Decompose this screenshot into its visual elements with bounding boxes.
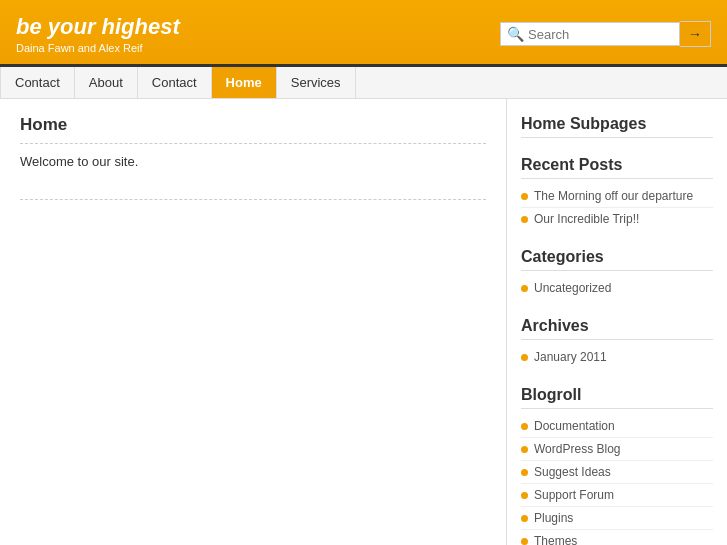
content-wrap: Home Welcome to our site. Home Subpages …: [0, 99, 727, 545]
list-item: Documentation: [521, 415, 713, 438]
list-item: January 2011: [521, 346, 713, 368]
search-form[interactable]: 🔍 →: [500, 21, 711, 47]
nav-item-contact2[interactable]: Contact: [138, 67, 212, 98]
blogroll-link-support[interactable]: Support Forum: [534, 488, 614, 502]
recent-post-link-1[interactable]: The Morning off our departure: [534, 189, 693, 203]
nav-item-home[interactable]: Home: [212, 67, 277, 98]
main-content: Home Welcome to our site.: [0, 99, 507, 545]
list-item: Suggest Ideas: [521, 461, 713, 484]
bullet-icon: [521, 423, 528, 430]
sidebar: Home Subpages Recent Posts The Morning o…: [507, 99, 727, 545]
sidebar-section-subpages: Home Subpages: [521, 115, 713, 138]
categories-list: Uncategorized: [521, 277, 713, 299]
nav-item-services[interactable]: Services: [277, 67, 356, 98]
blogroll-link-themes[interactable]: Themes: [534, 534, 577, 545]
search-input-wrap: 🔍: [500, 22, 680, 46]
search-input[interactable]: [528, 27, 668, 42]
recent-post-link-2[interactable]: Our Incredible Trip!!: [534, 212, 639, 226]
sidebar-section-recent-posts: Recent Posts The Morning off our departu…: [521, 156, 713, 230]
bullet-icon: [521, 469, 528, 476]
blogroll-link-plugins[interactable]: Plugins: [534, 511, 573, 525]
sidebar-section-title-categories: Categories: [521, 248, 713, 271]
list-item: Uncategorized: [521, 277, 713, 299]
nav-bar: Contact About Contact Home Services: [0, 67, 727, 99]
list-item: Themes: [521, 530, 713, 545]
list-item: WordPress Blog: [521, 438, 713, 461]
bullet-icon: [521, 492, 528, 499]
main-bottom-border: [20, 199, 486, 200]
archive-link-jan2011[interactable]: January 2011: [534, 350, 607, 364]
search-submit-button[interactable]: →: [680, 21, 711, 47]
site-header: be your highest Daina Fawn and Alex Reif…: [0, 0, 727, 67]
category-link-uncategorized[interactable]: Uncategorized: [534, 281, 611, 295]
blogroll-link-wpblog[interactable]: WordPress Blog: [534, 442, 620, 456]
welcome-text: Welcome to our site.: [20, 154, 486, 169]
bullet-icon: [521, 538, 528, 545]
search-icon: 🔍: [507, 26, 524, 42]
bullet-icon: [521, 285, 528, 292]
site-subtitle: Daina Fawn and Alex Reif: [16, 42, 180, 54]
sidebar-section-title-subpages: Home Subpages: [521, 115, 713, 138]
nav-item-about[interactable]: About: [75, 67, 138, 98]
sidebar-section-title-recent-posts: Recent Posts: [521, 156, 713, 179]
archives-list: January 2011: [521, 346, 713, 368]
list-item: The Morning off our departure: [521, 185, 713, 208]
bullet-icon: [521, 446, 528, 453]
bullet-icon: [521, 193, 528, 200]
list-item: Support Forum: [521, 484, 713, 507]
sidebar-section-categories: Categories Uncategorized: [521, 248, 713, 299]
nav-item-contact1[interactable]: Contact: [0, 67, 75, 98]
site-title: be your highest: [16, 14, 180, 40]
blogroll-link-documentation[interactable]: Documentation: [534, 419, 615, 433]
site-title-block: be your highest Daina Fawn and Alex Reif: [16, 14, 180, 54]
bullet-icon: [521, 354, 528, 361]
blogroll-list: Documentation WordPress Blog Suggest Ide…: [521, 415, 713, 545]
sidebar-section-blogroll: Blogroll Documentation WordPress Blog Su…: [521, 386, 713, 545]
recent-posts-list: The Morning off our departure Our Incred…: [521, 185, 713, 230]
blogroll-link-suggest[interactable]: Suggest Ideas: [534, 465, 611, 479]
bullet-icon: [521, 216, 528, 223]
sidebar-section-title-blogroll: Blogroll: [521, 386, 713, 409]
sidebar-section-archives: Archives January 2011: [521, 317, 713, 368]
sidebar-section-title-archives: Archives: [521, 317, 713, 340]
bullet-icon: [521, 515, 528, 522]
list-item: Our Incredible Trip!!: [521, 208, 713, 230]
main-title: Home: [20, 115, 486, 144]
list-item: Plugins: [521, 507, 713, 530]
